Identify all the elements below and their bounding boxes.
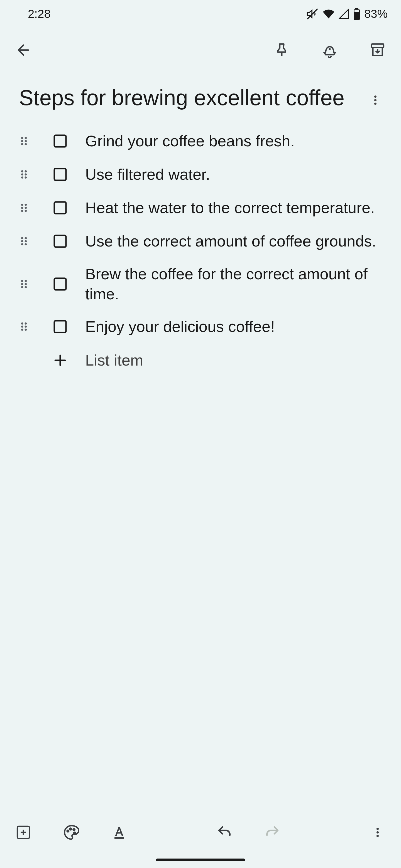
- svg-point-33: [25, 243, 27, 245]
- checkbox-unchecked-icon[interactable]: [52, 276, 68, 292]
- svg-point-52: [73, 829, 75, 831]
- svg-point-22: [25, 204, 27, 206]
- note-title[interactable]: Steps for brewing excellent coffee: [19, 84, 365, 112]
- mute-icon: [306, 8, 319, 20]
- list-item-text[interactable]: Use filtered water.: [80, 164, 390, 184]
- svg-rect-1: [355, 8, 358, 9]
- reminder-button[interactable]: [320, 40, 340, 60]
- svg-point-14: [21, 170, 23, 173]
- svg-point-16: [21, 173, 23, 176]
- list-item: Enjoy your delicious coffee!: [16, 310, 390, 343]
- undo-button[interactable]: [214, 823, 234, 842]
- status-indicators: 83%: [306, 7, 388, 21]
- svg-point-51: [69, 828, 71, 830]
- archive-button[interactable]: [368, 40, 388, 60]
- list-item-text[interactable]: Heat the water to the correct temperatur…: [80, 198, 390, 218]
- checkbox-unchecked-icon[interactable]: [52, 318, 68, 335]
- svg-point-30: [21, 240, 23, 242]
- text-format-button[interactable]: [109, 823, 129, 842]
- checkbox-unchecked-icon[interactable]: [52, 199, 68, 216]
- checkbox-unchecked-icon[interactable]: [52, 233, 68, 250]
- drag-handle-icon[interactable]: [16, 133, 32, 149]
- svg-point-7: [21, 137, 23, 139]
- svg-point-32: [21, 243, 23, 245]
- svg-point-8: [25, 137, 27, 139]
- svg-point-39: [21, 286, 23, 288]
- title-row: Steps for brewing excellent coffee: [0, 72, 401, 119]
- svg-point-28: [21, 237, 23, 239]
- drag-handle-icon[interactable]: [16, 234, 32, 249]
- svg-point-40: [25, 286, 27, 288]
- svg-point-29: [25, 237, 27, 239]
- svg-point-35: [21, 280, 23, 282]
- svg-point-4: [374, 95, 376, 98]
- list-item: Grind your coffee beans fresh.: [16, 124, 390, 158]
- svg-point-24: [25, 207, 27, 209]
- gesture-bar: [156, 859, 245, 861]
- drag-handle-icon[interactable]: [16, 200, 32, 216]
- list-item-text[interactable]: Enjoy your delicious coffee!: [80, 317, 390, 337]
- redo-button: [262, 823, 282, 842]
- svg-rect-34: [54, 235, 66, 247]
- battery-percent: 83%: [364, 7, 388, 21]
- svg-point-56: [376, 831, 379, 834]
- svg-point-50: [67, 830, 69, 832]
- svg-rect-41: [54, 278, 66, 290]
- svg-point-5: [374, 99, 376, 101]
- svg-point-46: [21, 329, 23, 331]
- svg-rect-27: [54, 202, 66, 214]
- list-item-text[interactable]: Use the correct amount of coffee grounds…: [80, 231, 390, 251]
- add-content-button[interactable]: [13, 823, 33, 842]
- svg-point-12: [25, 143, 27, 145]
- svg-point-15: [25, 170, 27, 173]
- back-button[interactable]: [13, 40, 33, 60]
- drag-handle-icon[interactable]: [16, 167, 32, 182]
- svg-rect-13: [54, 135, 66, 147]
- list-item-text[interactable]: Grind your coffee beans fresh.: [80, 131, 390, 151]
- add-item-placeholder: List item: [80, 351, 390, 369]
- svg-point-17: [25, 173, 27, 176]
- bottom-more-button[interactable]: [368, 823, 388, 842]
- palette-button[interactable]: [61, 823, 81, 842]
- svg-point-36: [25, 280, 27, 282]
- svg-point-31: [25, 240, 27, 242]
- list-item: Heat the water to the correct temperatur…: [16, 191, 390, 224]
- top-app-bar: [0, 28, 401, 72]
- svg-point-53: [74, 832, 76, 834]
- checklist: Grind your coffee beans fresh. Use filte…: [0, 119, 401, 377]
- svg-point-55: [376, 828, 379, 830]
- svg-rect-20: [54, 168, 66, 180]
- svg-point-26: [25, 210, 27, 212]
- add-list-item[interactable]: List item: [16, 343, 390, 377]
- svg-point-37: [21, 283, 23, 285]
- svg-point-18: [21, 176, 23, 179]
- svg-point-9: [21, 140, 23, 142]
- list-item: Brew the coffee for the correct amount o…: [16, 258, 390, 310]
- status-time: 2:28: [28, 7, 51, 21]
- svg-point-57: [376, 835, 379, 837]
- svg-point-10: [25, 140, 27, 142]
- svg-rect-2: [354, 10, 359, 12]
- svg-point-6: [374, 103, 376, 105]
- svg-point-45: [25, 326, 27, 328]
- drag-handle-icon[interactable]: [16, 276, 32, 292]
- checkbox-unchecked-icon[interactable]: [52, 133, 68, 149]
- wifi-icon: [322, 8, 335, 20]
- note-more-button[interactable]: [365, 90, 385, 110]
- pin-button[interactable]: [272, 40, 292, 60]
- svg-point-23: [21, 207, 23, 209]
- svg-point-47: [25, 329, 27, 331]
- svg-point-25: [21, 210, 23, 212]
- list-item-text[interactable]: Brew the coffee for the correct amount o…: [80, 264, 390, 304]
- svg-point-43: [25, 322, 27, 325]
- plus-icon: [52, 352, 68, 369]
- battery-icon: [353, 8, 360, 20]
- checkbox-unchecked-icon[interactable]: [52, 166, 68, 183]
- list-item: Use filtered water.: [16, 158, 390, 191]
- drag-handle-icon[interactable]: [16, 319, 32, 334]
- svg-rect-48: [54, 321, 66, 333]
- list-item: Use the correct amount of coffee grounds…: [16, 224, 390, 258]
- svg-rect-3: [371, 44, 384, 47]
- cell-signal-icon: [339, 9, 349, 19]
- svg-point-44: [21, 326, 23, 328]
